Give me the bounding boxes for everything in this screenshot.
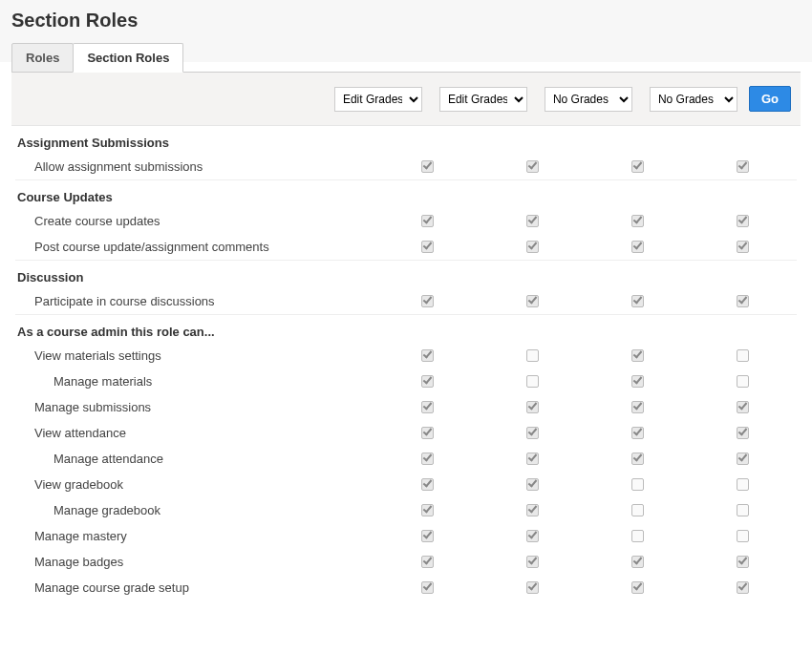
- permission-checkbox[interactable]: [737, 427, 749, 439]
- permission-checkbox[interactable]: [631, 349, 644, 362]
- permission-label: Manage course grade setup: [17, 580, 374, 595]
- permission-checkbox[interactable]: [526, 530, 539, 542]
- permission-checkbox[interactable]: [737, 349, 749, 362]
- permission-label: Manage mastery: [17, 529, 374, 543]
- permission-checkbox[interactable]: [421, 530, 434, 542]
- permission-checkbox[interactable]: [421, 453, 434, 465]
- permission-checkbox[interactable]: [421, 478, 434, 491]
- permission-checkbox[interactable]: [631, 556, 644, 568]
- permission-checkbox[interactable]: [526, 427, 539, 439]
- permission-row: Manage course grade setup: [15, 575, 797, 600]
- permission-row: Manage gradebook: [15, 497, 797, 523]
- permission-row: Manage badges: [15, 549, 797, 575]
- section-header: Course Updates: [15, 179, 797, 208]
- permission-row: Manage materials: [15, 369, 797, 394]
- permission-label: Manage attendance: [17, 452, 374, 466]
- controls-bar: Edit GradesEdit GradesNo GradesNo Grades…: [11, 73, 801, 126]
- permission-row: Manage mastery: [15, 523, 797, 549]
- permission-checkbox[interactable]: [737, 241, 749, 253]
- permission-checkbox[interactable]: [421, 349, 434, 362]
- permission-checkbox[interactable]: [737, 504, 749, 516]
- section-header: Assignment Submissions: [15, 126, 797, 154]
- permission-row: Post course update/assignment comments: [15, 234, 797, 260]
- permission-checkbox[interactable]: [421, 556, 434, 568]
- permission-label: Create course updates: [17, 214, 374, 228]
- permission-checkbox[interactable]: [526, 215, 539, 227]
- permission-checkbox[interactable]: [421, 241, 434, 253]
- role-select-1[interactable]: Edit Grades: [334, 87, 422, 112]
- permission-checkbox[interactable]: [737, 556, 749, 568]
- permission-row: View gradebook: [15, 472, 797, 497]
- permission-checkbox[interactable]: [421, 160, 434, 173]
- permission-label: View materials settings: [17, 348, 374, 363]
- permission-checkbox[interactable]: [631, 427, 644, 439]
- go-button[interactable]: Go: [749, 86, 791, 112]
- permission-checkbox[interactable]: [421, 427, 434, 439]
- tab-roles[interactable]: Roles: [11, 43, 74, 73]
- permission-row: Participate in course discussions: [15, 288, 797, 314]
- permission-checkbox[interactable]: [526, 401, 539, 413]
- permission-checkbox[interactable]: [526, 581, 539, 594]
- permission-checkbox[interactable]: [631, 504, 644, 516]
- permission-checkbox[interactable]: [631, 401, 644, 413]
- permission-checkbox[interactable]: [526, 504, 539, 516]
- section-header: Discussion: [15, 260, 797, 288]
- permission-checkbox[interactable]: [526, 295, 539, 307]
- permission-checkbox[interactable]: [421, 581, 434, 594]
- permission-checkbox[interactable]: [631, 375, 644, 388]
- role-select-4[interactable]: No Grades: [650, 87, 737, 112]
- permission-checkbox[interactable]: [631, 453, 644, 465]
- permission-row: Allow assignment submissions: [15, 154, 797, 179]
- permission-checkbox[interactable]: [631, 581, 644, 594]
- permission-label: Manage gradebook: [17, 503, 374, 517]
- permission-checkbox[interactable]: [631, 530, 644, 542]
- permission-checkbox[interactable]: [631, 215, 644, 227]
- permission-checkbox[interactable]: [631, 295, 644, 307]
- permission-checkbox[interactable]: [737, 453, 749, 465]
- permission-checkbox[interactable]: [421, 215, 434, 227]
- permission-checkbox[interactable]: [421, 401, 434, 413]
- permission-checkbox[interactable]: [421, 504, 434, 516]
- permission-row: View attendance: [15, 420, 797, 446]
- permission-label: Participate in course discussions: [17, 294, 374, 308]
- permission-checkbox[interactable]: [737, 581, 749, 594]
- permission-checkbox[interactable]: [526, 160, 539, 173]
- permission-checkbox[interactable]: [526, 556, 539, 568]
- permission-checkbox[interactable]: [737, 478, 749, 491]
- permission-label: Manage badges: [17, 555, 374, 569]
- permission-checkbox[interactable]: [526, 349, 539, 362]
- tabs: RolesSection Roles: [11, 43, 801, 73]
- permission-label: Manage materials: [17, 374, 374, 389]
- permission-checkbox[interactable]: [421, 295, 434, 307]
- permission-checkbox[interactable]: [526, 375, 539, 388]
- permission-checkbox[interactable]: [526, 241, 539, 253]
- permission-label: Manage submissions: [17, 400, 374, 414]
- permission-label: View attendance: [17, 426, 374, 440]
- permission-row: Manage submissions: [15, 394, 797, 420]
- permission-checkbox[interactable]: [631, 478, 644, 491]
- permission-checkbox[interactable]: [526, 478, 539, 491]
- permission-checkbox[interactable]: [737, 530, 749, 542]
- permission-label: View gradebook: [17, 477, 374, 492]
- permission-row: Manage attendance: [15, 446, 797, 472]
- permission-checkbox[interactable]: [737, 160, 749, 173]
- page-title: Section Roles: [11, 0, 801, 43]
- permission-checkbox[interactable]: [737, 401, 749, 413]
- permission-row: View materials settings: [15, 343, 797, 369]
- role-select-2[interactable]: Edit Grades: [439, 87, 527, 112]
- role-select-3[interactable]: No Grades: [545, 87, 632, 112]
- permission-checkbox[interactable]: [737, 375, 749, 388]
- permission-checkbox[interactable]: [631, 160, 644, 173]
- tab-section-roles[interactable]: Section Roles: [73, 43, 183, 73]
- permission-checkbox[interactable]: [421, 375, 434, 388]
- permission-checkbox[interactable]: [737, 295, 749, 307]
- permission-row: Create course updates: [15, 208, 797, 234]
- permission-checkbox[interactable]: [631, 241, 644, 253]
- permission-checkbox[interactable]: [737, 215, 749, 227]
- section-header: As a course admin this role can...: [15, 314, 797, 343]
- permission-label: Post course update/assignment comments: [17, 240, 374, 254]
- permission-checkbox[interactable]: [526, 453, 539, 465]
- permission-label: Allow assignment submissions: [17, 159, 374, 174]
